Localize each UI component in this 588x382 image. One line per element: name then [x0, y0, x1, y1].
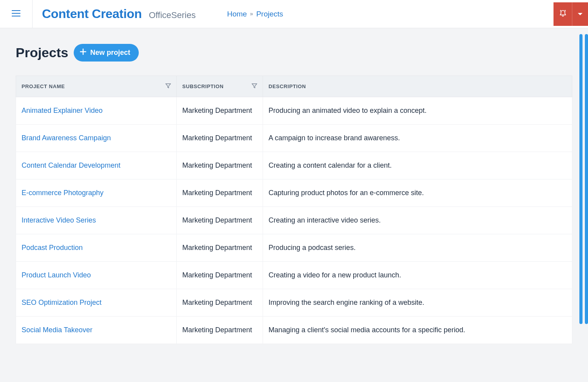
cell-subscription: Marketing Department: [177, 262, 263, 289]
cell-description: Creating a video for a new product launc…: [263, 262, 572, 289]
new-project-label: New project: [90, 49, 130, 57]
cell-subscription: Marketing Department: [177, 234, 263, 262]
project-link[interactable]: Podcast Production: [22, 244, 83, 252]
cell-description: Managing a client's social media account…: [263, 317, 572, 344]
projects-table: Project Name Subscription: [16, 76, 572, 344]
table-row: Podcast ProductionMarketing DepartmentPr…: [16, 234, 572, 262]
project-link[interactable]: Brand Awareness Campaign: [22, 134, 111, 142]
breadcrumb-current[interactable]: Projects: [256, 10, 283, 18]
th-project-name[interactable]: Project Name: [16, 76, 177, 97]
new-project-button[interactable]: New project: [74, 44, 139, 62]
header-dropdown-button[interactable]: [572, 2, 588, 26]
project-link[interactable]: E-commerce Photography: [22, 189, 103, 197]
project-link[interactable]: Content Calendar Development: [22, 161, 120, 169]
th-description-label: Description: [269, 83, 306, 89]
brand-subtitle: OfficeSeries: [149, 10, 196, 20]
cell-description: Creating an interactive video series.: [263, 207, 572, 234]
cell-description: Producing a podcast series.: [263, 234, 572, 262]
cell-description: Improving the search engine ranking of a…: [263, 289, 572, 317]
table-row: SEO Optimization ProjectMarketing Depart…: [16, 289, 572, 317]
table-row: Product Launch VideoMarketing Department…: [16, 262, 572, 289]
filter-icon[interactable]: [252, 83, 257, 90]
table-row: Content Calendar DevelopmentMarketing De…: [16, 152, 572, 179]
cell-subscription: Marketing Department: [177, 207, 263, 234]
project-link[interactable]: Animated Explainer Video: [22, 107, 103, 114]
cell-description: Creating a content calendar for a client…: [263, 152, 572, 179]
cell-description: Capturing product photos for an e-commer…: [263, 179, 572, 207]
table-row: Animated Explainer VideoMarketing Depart…: [16, 97, 572, 125]
page-title: Projects: [16, 45, 68, 60]
cell-description: Producing an animated video to explain a…: [263, 97, 572, 125]
th-description[interactable]: Description: [263, 76, 572, 97]
chevron-right-icon: »: [250, 11, 253, 17]
table-row: Social Media TakeoverMarketing Departmen…: [16, 317, 572, 344]
menu-button[interactable]: [0, 0, 33, 28]
scroll-indicator-outer[interactable]: [585, 34, 588, 324]
cell-subscription: Marketing Department: [177, 289, 263, 317]
filter-icon[interactable]: [165, 83, 171, 90]
plus-icon: [80, 49, 86, 57]
cell-description: A campaign to increase brand awareness.: [263, 125, 572, 152]
project-link[interactable]: SEO Optimization Project: [22, 299, 102, 306]
cell-subscription: Marketing Department: [177, 97, 263, 125]
brand-title[interactable]: Content Creation: [42, 7, 142, 21]
th-subscription[interactable]: Subscription: [177, 76, 263, 97]
project-link[interactable]: Interactive Video Series: [22, 216, 96, 224]
table-row: Brand Awareness CampaignMarketing Depart…: [16, 125, 572, 152]
breadcrumb-home[interactable]: Home: [227, 10, 247, 18]
top-header: Content Creation OfficeSeries Home » Pro…: [0, 0, 588, 28]
th-project-name-label: Project Name: [22, 83, 65, 89]
table-row: Interactive Video SeriesMarketing Depart…: [16, 207, 572, 234]
cell-subscription: Marketing Department: [177, 125, 263, 152]
cell-subscription: Marketing Department: [177, 317, 263, 344]
cell-subscription: Marketing Department: [177, 152, 263, 179]
cell-subscription: Marketing Department: [177, 179, 263, 207]
table-row: E-commerce PhotographyMarketing Departme…: [16, 179, 572, 207]
notifications-button[interactable]: [554, 2, 572, 26]
bell-icon: [559, 9, 567, 19]
caret-down-icon: [578, 11, 583, 18]
th-subscription-label: Subscription: [182, 83, 223, 89]
scroll-indicator-inner[interactable]: [579, 34, 583, 324]
hamburger-icon: [12, 10, 20, 18]
project-link[interactable]: Social Media Takeover: [22, 326, 93, 334]
breadcrumb: Home » Projects: [227, 10, 283, 18]
project-link[interactable]: Product Launch Video: [22, 271, 91, 279]
